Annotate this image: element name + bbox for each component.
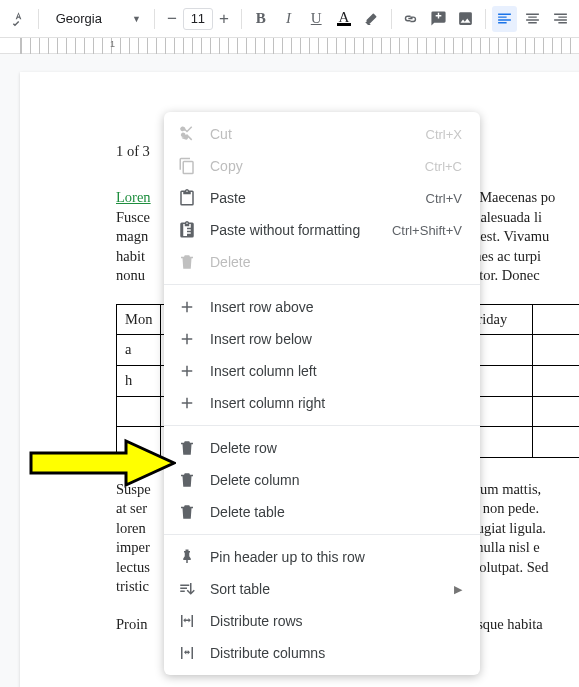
font-select[interactable]: Georgia ▼: [45, 6, 148, 32]
text-color-button[interactable]: A: [331, 6, 357, 32]
plus-icon: [178, 362, 196, 380]
svg-marker-0: [31, 441, 174, 485]
context-menu: Cut Ctrl+X Copy Ctrl+C Paste Ctrl+V Past…: [164, 112, 480, 675]
ruler-marker: 1: [110, 39, 115, 49]
plus-icon: [178, 298, 196, 316]
menu-delete-table[interactable]: Delete table: [164, 496, 480, 528]
menu-sort-table[interactable]: Sort table ▶: [164, 573, 480, 605]
copy-icon: [178, 157, 196, 175]
menu-pin-header[interactable]: Pin header up to this row: [164, 541, 480, 573]
trash-icon: [178, 471, 196, 489]
paste-plain-icon: [178, 221, 196, 239]
align-right-button[interactable]: [547, 6, 573, 32]
toolbar: Georgia ▼ − + B I U A: [0, 0, 579, 38]
insert-image-button[interactable]: [453, 6, 479, 32]
sort-icon: [178, 580, 196, 598]
decrease-font-button[interactable]: −: [161, 7, 183, 31]
trash-icon: [178, 503, 196, 521]
menu-insert-row-below[interactable]: Insert row below: [164, 323, 480, 355]
menu-delete: Delete: [164, 246, 480, 278]
menu-distribute-columns[interactable]: Distribute columns: [164, 637, 480, 669]
page-counter: 1 of 3: [116, 142, 150, 162]
menu-insert-row-above[interactable]: Insert row above: [164, 291, 480, 323]
italic-button[interactable]: I: [276, 6, 302, 32]
font-name: Georgia: [56, 11, 102, 26]
menu-distribute-rows[interactable]: Distribute rows: [164, 605, 480, 637]
menu-delete-row[interactable]: Delete row: [164, 432, 480, 464]
menu-delete-column[interactable]: Delete column: [164, 464, 480, 496]
menu-insert-column-right[interactable]: Insert column right: [164, 387, 480, 419]
menu-cut: Cut Ctrl+X: [164, 118, 480, 150]
trash-icon: [178, 439, 196, 457]
align-left-button[interactable]: [492, 6, 518, 32]
plus-icon: [178, 394, 196, 412]
document-link[interactable]: Loren: [116, 189, 151, 205]
menu-paste[interactable]: Paste Ctrl+V: [164, 182, 480, 214]
font-size-stepper: − +: [161, 6, 235, 32]
add-comment-button[interactable]: [425, 6, 451, 32]
paste-icon: [178, 189, 196, 207]
align-center-button[interactable]: [519, 6, 545, 32]
cut-icon: [178, 125, 196, 143]
font-size-input[interactable]: [183, 8, 213, 30]
chevron-right-icon: ▶: [454, 583, 462, 596]
distribute-rows-icon: [178, 612, 196, 630]
trash-icon: [178, 253, 196, 271]
plus-icon: [178, 330, 196, 348]
menu-paste-without-formatting[interactable]: Paste without formatting Ctrl+Shift+V: [164, 214, 480, 246]
annotation-arrow: [26, 438, 176, 492]
menu-insert-column-left[interactable]: Insert column left: [164, 355, 480, 387]
increase-font-button[interactable]: +: [213, 7, 235, 31]
chevron-down-icon: ▼: [132, 14, 141, 24]
menu-copy: Copy Ctrl+C: [164, 150, 480, 182]
bold-button[interactable]: B: [248, 6, 274, 32]
spellcheck-icon[interactable]: [6, 6, 32, 32]
highlight-button[interactable]: [359, 6, 385, 32]
pin-icon: [178, 548, 196, 566]
insert-link-button[interactable]: [398, 6, 424, 32]
distribute-columns-icon: [178, 644, 196, 662]
underline-button[interactable]: U: [303, 6, 329, 32]
ruler: 1: [0, 38, 579, 54]
